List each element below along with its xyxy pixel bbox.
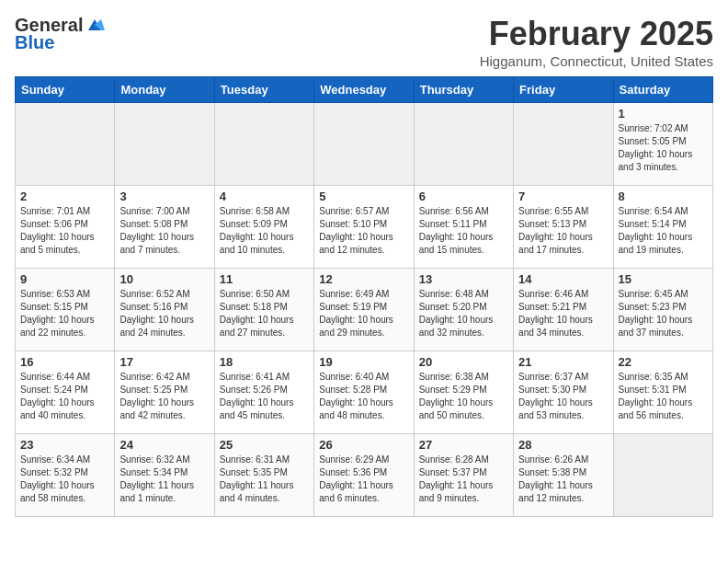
day-info: Sunrise: 6:37 AM Sunset: 5:30 PM Dayligh… — [518, 371, 608, 422]
day-number: 5 — [319, 190, 408, 203]
day-info: Sunrise: 6:52 AM Sunset: 5:16 PM Dayligh… — [119, 288, 209, 339]
calendar-cell — [16, 103, 115, 186]
location: Higganum, Connecticut, United States — [480, 53, 713, 69]
logo-blue: Blue — [15, 32, 54, 53]
calendar-cell — [214, 103, 313, 186]
calendar-cell: 4Sunrise: 6:58 AM Sunset: 5:09 PM Daylig… — [214, 186, 313, 269]
calendar-cell — [414, 103, 513, 186]
calendar-cell: 23Sunrise: 6:34 AM Sunset: 5:32 PM Dayli… — [16, 434, 115, 517]
weekday-header: Tuesday — [214, 77, 313, 103]
calendar-cell: 26Sunrise: 6:29 AM Sunset: 5:36 PM Dayli… — [314, 434, 414, 517]
calendar-cell: 16Sunrise: 6:44 AM Sunset: 5:24 PM Dayli… — [16, 351, 115, 434]
day-number: 3 — [119, 190, 209, 203]
calendar-cell: 13Sunrise: 6:48 AM Sunset: 5:20 PM Dayli… — [414, 269, 513, 351]
day-number: 18 — [220, 355, 309, 369]
day-number: 14 — [518, 272, 608, 286]
day-info: Sunrise: 6:29 AM Sunset: 5:36 PM Dayligh… — [319, 454, 408, 505]
calendar-cell: 24Sunrise: 6:32 AM Sunset: 5:34 PM Dayli… — [115, 434, 214, 517]
logo: General Blue — [15, 15, 107, 53]
day-number: 11 — [220, 272, 309, 286]
calendar-cell: 9Sunrise: 6:53 AM Sunset: 5:15 PM Daylig… — [16, 269, 115, 351]
day-number: 8 — [619, 190, 708, 203]
day-number: 6 — [419, 190, 508, 203]
day-info: Sunrise: 6:34 AM Sunset: 5:32 PM Dayligh… — [20, 454, 109, 505]
day-info: Sunrise: 6:53 AM Sunset: 5:15 PM Dayligh… — [20, 288, 109, 339]
calendar-cell: 5Sunrise: 6:57 AM Sunset: 5:10 PM Daylig… — [314, 186, 414, 269]
day-info: Sunrise: 6:50 AM Sunset: 5:18 PM Dayligh… — [220, 288, 309, 339]
calendar-cell: 25Sunrise: 6:31 AM Sunset: 5:35 PM Dayli… — [214, 434, 313, 517]
weekday-header: Sunday — [16, 77, 115, 103]
day-number: 13 — [419, 272, 508, 286]
day-number: 4 — [220, 190, 309, 203]
day-number: 2 — [20, 190, 109, 203]
calendar-cell: 14Sunrise: 6:46 AM Sunset: 5:21 PM Dayli… — [514, 269, 613, 351]
day-number: 22 — [619, 355, 708, 369]
day-number: 7 — [518, 190, 608, 203]
day-number: 26 — [319, 438, 408, 452]
day-info: Sunrise: 6:55 AM Sunset: 5:13 PM Dayligh… — [518, 205, 608, 257]
day-info: Sunrise: 6:56 AM Sunset: 5:11 PM Dayligh… — [419, 205, 508, 257]
day-info: Sunrise: 6:48 AM Sunset: 5:20 PM Dayligh… — [419, 288, 508, 339]
day-info: Sunrise: 6:49 AM Sunset: 5:19 PM Dayligh… — [319, 288, 408, 339]
calendar-cell: 10Sunrise: 6:52 AM Sunset: 5:16 PM Dayli… — [115, 269, 214, 351]
calendar-cell: 1Sunrise: 7:02 AM Sunset: 5:05 PM Daylig… — [613, 103, 712, 186]
day-info: Sunrise: 6:44 AM Sunset: 5:24 PM Dayligh… — [20, 371, 109, 422]
calendar-cell — [314, 103, 414, 186]
day-number: 15 — [619, 272, 708, 286]
day-number: 12 — [319, 272, 408, 286]
day-number: 20 — [419, 355, 508, 369]
day-info: Sunrise: 6:46 AM Sunset: 5:21 PM Dayligh… — [518, 288, 608, 339]
calendar-cell: 11Sunrise: 6:50 AM Sunset: 5:18 PM Dayli… — [214, 269, 313, 351]
calendar-cell: 21Sunrise: 6:37 AM Sunset: 5:30 PM Dayli… — [514, 351, 613, 434]
day-info: Sunrise: 6:40 AM Sunset: 5:28 PM Dayligh… — [319, 371, 408, 422]
calendar-cell: 17Sunrise: 6:42 AM Sunset: 5:25 PM Dayli… — [115, 351, 214, 434]
weekday-header: Wednesday — [314, 77, 414, 103]
day-number: 1 — [619, 107, 708, 121]
day-number: 28 — [518, 438, 608, 452]
day-number: 27 — [419, 438, 508, 452]
calendar-cell: 6Sunrise: 6:56 AM Sunset: 5:11 PM Daylig… — [414, 186, 513, 269]
day-number: 19 — [319, 355, 408, 369]
day-info: Sunrise: 6:26 AM Sunset: 5:38 PM Dayligh… — [518, 454, 608, 505]
calendar-cell: 27Sunrise: 6:28 AM Sunset: 5:37 PM Dayli… — [414, 434, 513, 517]
logo-icon — [85, 17, 105, 34]
day-info: Sunrise: 7:02 AM Sunset: 5:05 PM Dayligh… — [619, 122, 708, 174]
day-info: Sunrise: 6:57 AM Sunset: 5:10 PM Dayligh… — [319, 205, 408, 257]
day-info: Sunrise: 6:31 AM Sunset: 5:35 PM Dayligh… — [220, 454, 309, 505]
day-info: Sunrise: 6:41 AM Sunset: 5:26 PM Dayligh… — [220, 371, 309, 422]
calendar-cell — [514, 103, 613, 186]
calendar-cell: 18Sunrise: 6:41 AM Sunset: 5:26 PM Dayli… — [214, 351, 313, 434]
day-number: 25 — [220, 438, 309, 452]
day-info: Sunrise: 6:28 AM Sunset: 5:37 PM Dayligh… — [419, 454, 508, 505]
day-info: Sunrise: 6:45 AM Sunset: 5:23 PM Dayligh… — [619, 288, 708, 339]
calendar-cell: 19Sunrise: 6:40 AM Sunset: 5:28 PM Dayli… — [314, 351, 414, 434]
calendar-cell: 7Sunrise: 6:55 AM Sunset: 5:13 PM Daylig… — [514, 186, 613, 269]
calendar: SundayMondayTuesdayWednesdayThursdayFrid… — [15, 76, 713, 517]
calendar-cell: 3Sunrise: 7:00 AM Sunset: 5:08 PM Daylig… — [115, 186, 214, 269]
calendar-cell — [613, 434, 712, 517]
header: General Blue February 2025 Higganum, Con… — [15, 15, 713, 69]
calendar-cell: 22Sunrise: 6:35 AM Sunset: 5:31 PM Dayli… — [613, 351, 712, 434]
calendar-cell: 20Sunrise: 6:38 AM Sunset: 5:29 PM Dayli… — [414, 351, 513, 434]
calendar-cell: 15Sunrise: 6:45 AM Sunset: 5:23 PM Dayli… — [613, 269, 712, 351]
day-info: Sunrise: 6:54 AM Sunset: 5:14 PM Dayligh… — [619, 205, 708, 257]
calendar-cell: 12Sunrise: 6:49 AM Sunset: 5:19 PM Dayli… — [314, 269, 414, 351]
day-number: 17 — [119, 355, 209, 369]
day-number: 16 — [20, 355, 109, 369]
weekday-header: Thursday — [414, 77, 513, 103]
title-area: February 2025 Higganum, Connecticut, Uni… — [480, 15, 713, 69]
day-number: 10 — [119, 272, 209, 286]
calendar-cell: 8Sunrise: 6:54 AM Sunset: 5:14 PM Daylig… — [613, 186, 712, 269]
weekday-header: Saturday — [613, 77, 712, 103]
day-info: Sunrise: 6:58 AM Sunset: 5:09 PM Dayligh… — [220, 205, 309, 257]
month-title: February 2025 — [480, 15, 713, 53]
calendar-cell: 2Sunrise: 7:01 AM Sunset: 5:06 PM Daylig… — [16, 186, 115, 269]
day-number: 21 — [518, 355, 608, 369]
day-number: 23 — [20, 438, 109, 452]
weekday-header: Friday — [514, 77, 613, 103]
day-info: Sunrise: 6:32 AM Sunset: 5:34 PM Dayligh… — [119, 454, 209, 505]
day-info: Sunrise: 7:01 AM Sunset: 5:06 PM Dayligh… — [20, 205, 109, 257]
day-info: Sunrise: 6:38 AM Sunset: 5:29 PM Dayligh… — [419, 371, 508, 422]
weekday-header: Monday — [115, 77, 214, 103]
day-number: 24 — [119, 438, 209, 452]
